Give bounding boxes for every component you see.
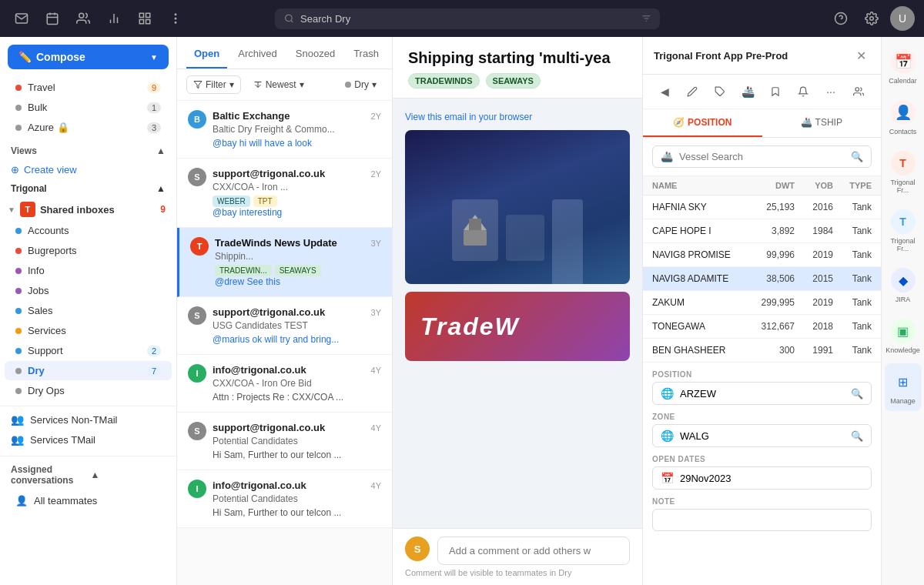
back-icon[interactable]: ◀ bbox=[654, 81, 675, 102]
conv-sender: support@trigonal.co.uk bbox=[213, 168, 325, 179]
view-email-link[interactable]: View this email in your browser bbox=[405, 112, 532, 122]
trigonal-1-app-icon: T bbox=[891, 151, 916, 176]
inbox-nav-icon[interactable] bbox=[9, 6, 34, 31]
vessel-row[interactable]: CAPE HOPE I 3,892 1984 Tank bbox=[643, 219, 881, 243]
vessel-search-input[interactable] bbox=[679, 151, 845, 162]
filter-icon bbox=[193, 80, 203, 89]
bell-icon[interactable] bbox=[792, 81, 814, 102]
sidebar-item-dry[interactable]: Dry 7 bbox=[5, 361, 172, 380]
calendar-app-label: Calendar bbox=[889, 77, 917, 85]
sidebar-item-jobs[interactable]: Jobs bbox=[5, 281, 172, 300]
tab-trash[interactable]: Trash bbox=[346, 37, 387, 69]
vessel-row[interactable]: ZAKUM 299,995 2019 Tank bbox=[643, 291, 881, 315]
conversation-item[interactable]: S support@trigonal.co.uk 3Y USG Candidat… bbox=[177, 297, 392, 355]
sidebar-item-bulk[interactable]: Bulk 1 bbox=[5, 98, 172, 117]
vessel-row[interactable]: HAFNIA SKY 25,193 2016 Tank bbox=[643, 196, 881, 219]
tab-position[interactable]: 🧭 POSITION bbox=[643, 109, 762, 137]
edit-icon[interactable] bbox=[681, 81, 703, 102]
app-knowledge[interactable]: ▣ Knowledge bbox=[885, 313, 922, 360]
sidebar-item-azure[interactable]: Azure 🔒 3 bbox=[5, 118, 172, 137]
conv-sender: support@trigonal.co.uk bbox=[213, 422, 325, 433]
vessel-type: Tank bbox=[833, 202, 872, 212]
chart-nav-icon[interactable] bbox=[102, 6, 126, 31]
tab-snoozed[interactable]: Snoozed bbox=[288, 37, 343, 69]
create-view-button[interactable]: ⊕ Create view bbox=[0, 161, 176, 179]
tab-archived[interactable]: Archived bbox=[230, 37, 285, 69]
vessel-dwt: 3,892 bbox=[741, 226, 795, 236]
avatar[interactable]: U bbox=[890, 6, 915, 31]
position-input[interactable] bbox=[680, 388, 845, 399]
note-input[interactable] bbox=[661, 514, 863, 526]
assigned-header[interactable]: Assigned conversations ▲ bbox=[0, 460, 176, 490]
chevron-down-icon: ▼ bbox=[150, 53, 158, 62]
dry-filter[interactable]: Dry ▾ bbox=[339, 76, 383, 93]
open-dates-input[interactable] bbox=[680, 473, 863, 484]
conversations-scrollable[interactable]: B Baltic Exchange 2Y Baltic Dry Freight … bbox=[177, 101, 392, 585]
app-contacts[interactable]: 👤 Contacts bbox=[885, 94, 922, 142]
services-non-tmail[interactable]: 👥 Services Non-TMail bbox=[0, 410, 176, 430]
sidebar-item-support[interactable]: Support 2 bbox=[5, 341, 172, 360]
layout-nav-icon[interactable] bbox=[132, 6, 157, 31]
position-search-icon[interactable]: 🔍 bbox=[851, 388, 863, 399]
more-nav-icon[interactable] bbox=[163, 6, 188, 31]
calendar-nav-icon[interactable] bbox=[40, 6, 65, 31]
app-jira[interactable]: ◆ JIRA bbox=[885, 262, 922, 309]
persons-icon[interactable] bbox=[848, 81, 869, 102]
position-input-wrapper: 🌐 🔍 bbox=[652, 382, 872, 405]
vessel-row[interactable]: BEN GHASHEER 300 1991 Tank bbox=[643, 339, 881, 363]
app-manage[interactable]: ⊞ Manage bbox=[885, 363, 922, 411]
sort-button[interactable]: Newest ▾ bbox=[247, 76, 310, 93]
shared-inboxes-header[interactable]: ▼ T Shared inboxes 9 bbox=[0, 199, 176, 220]
tab-tship[interactable]: 🚢 TSHIP bbox=[762, 109, 882, 137]
sidebar-item-accounts[interactable]: Accounts bbox=[5, 221, 172, 240]
sidebar-item-label: Info bbox=[28, 265, 161, 276]
conversation-item-active[interactable]: T TradeWinds News Update 3Y Shippin... T… bbox=[177, 228, 392, 297]
sort-chevron-icon: ▾ bbox=[300, 79, 304, 90]
trigonal-2-app-icon: T bbox=[891, 209, 916, 234]
all-teammates[interactable]: 👤 All teammates bbox=[5, 491, 172, 510]
search-input[interactable] bbox=[300, 13, 634, 25]
help-icon[interactable] bbox=[829, 6, 853, 31]
vessels-list[interactable]: HAFNIA SKY 25,193 2016 Tank CAPE HOPE I … bbox=[643, 196, 881, 363]
app-trigonal-1[interactable]: T Trigonal Fr... bbox=[885, 145, 922, 200]
services-tmail[interactable]: 👥 Services TMail bbox=[0, 430, 176, 450]
ship-icon[interactable]: 🚢 bbox=[737, 81, 758, 102]
dry-filter-label: Dry bbox=[354, 79, 369, 90]
vessel-row[interactable]: TONEGAWA 312,667 2018 Tank bbox=[643, 315, 881, 339]
zone-search-icon[interactable]: 🔍 bbox=[851, 430, 863, 442]
conv-content: info@trigonal.co.uk 4Y CXX/COA - Iron Or… bbox=[213, 364, 381, 403]
zone-input[interactable] bbox=[680, 430, 845, 442]
vessel-row-selected[interactable]: NAVIG8 ADAMITE 38,506 2015 Tank bbox=[643, 267, 881, 291]
sidebar-item-bugreports[interactable]: Bugreports bbox=[5, 241, 172, 260]
conversation-item[interactable]: I info@trigonal.co.uk 4Y CXX/COA - Iron … bbox=[177, 355, 392, 413]
conversation-item[interactable]: B Baltic Exchange 2Y Baltic Dry Freight … bbox=[177, 101, 392, 159]
vessel-type: Tank bbox=[833, 321, 872, 332]
conversation-item[interactable]: S support@trigonal.co.uk 4Y Potential Ca… bbox=[177, 413, 392, 470]
app-trigonal-2[interactable]: T Trigonal Fr... bbox=[885, 203, 922, 259]
more-options-icon[interactable]: ··· bbox=[820, 81, 842, 102]
trigonal-header[interactable]: Trigonal ▲ bbox=[0, 179, 176, 199]
close-button[interactable]: ✕ bbox=[852, 46, 870, 65]
comment-input[interactable] bbox=[437, 537, 630, 565]
conversation-item[interactable]: S support@trigonal.co.uk 2Y CXX/COA - Ir… bbox=[177, 159, 392, 228]
vessel-row[interactable]: NAVIG8 PROMISE 99,996 2019 Tank bbox=[643, 243, 881, 267]
filter-button[interactable]: Filter ▾ bbox=[186, 75, 241, 94]
sidebar-item-dry-ops[interactable]: Dry Ops bbox=[5, 381, 172, 400]
sidebar-item-label: Dry Ops bbox=[28, 385, 161, 396]
views-header[interactable]: Views ▲ bbox=[0, 141, 176, 161]
conversation-item[interactable]: I info@trigonal.co.uk 4Y Potential Candi… bbox=[177, 470, 392, 528]
conv-preview: Potential Candidates bbox=[213, 493, 381, 504]
tag-icon[interactable] bbox=[709, 81, 731, 102]
sidebar-item-label: Bugreports bbox=[28, 245, 161, 256]
bookmark-icon[interactable] bbox=[765, 81, 786, 102]
app-calendar[interactable]: 📅 Calendar bbox=[885, 43, 922, 91]
sidebar-item-sales[interactable]: Sales bbox=[5, 301, 172, 320]
sidebar-item-travel[interactable]: Travel 9 bbox=[5, 78, 172, 97]
sidebar-item-info[interactable]: Info bbox=[5, 261, 172, 280]
sidebar-item-services[interactable]: Services bbox=[5, 321, 172, 340]
contacts-nav-icon[interactable] bbox=[71, 6, 95, 31]
settings-icon[interactable] bbox=[859, 6, 884, 31]
compose-button[interactable]: ✏️ Compose ▼ bbox=[8, 45, 169, 69]
manage-app-label: Manage bbox=[890, 397, 916, 405]
tab-open[interactable]: Open bbox=[186, 37, 227, 69]
